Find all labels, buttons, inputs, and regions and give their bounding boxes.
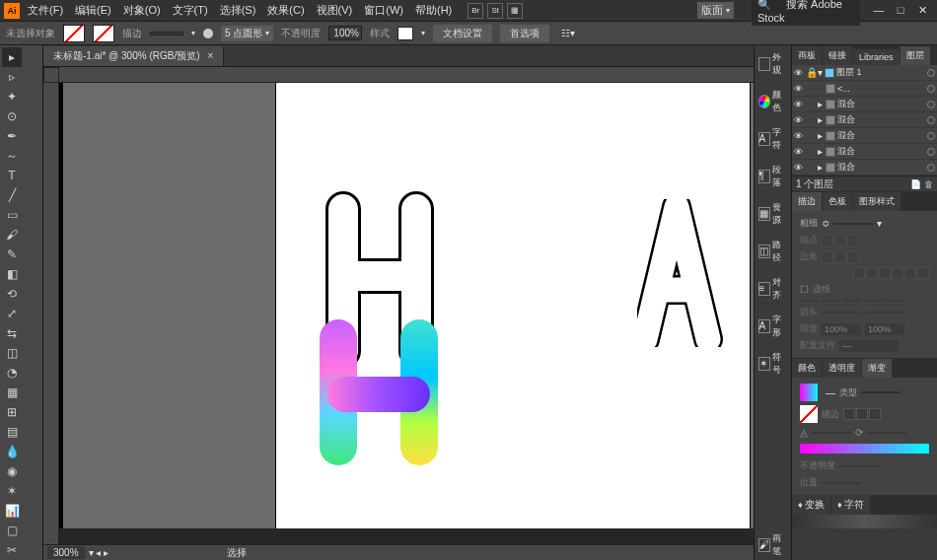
fill-swatch[interactable] (63, 25, 85, 42)
gradient-slider[interactable] (800, 444, 929, 454)
menu-help[interactable]: 帮助(H) (415, 3, 452, 18)
graph-tool[interactable]: 📊 (2, 501, 22, 521)
opacity-input[interactable]: 100% (328, 26, 362, 40)
rp-assets[interactable]: ▦资源 (757, 199, 790, 229)
bridge-icon[interactable]: Br (468, 3, 483, 19)
doc-tab-title: 未标题-1.ai* @ 300% (RGB/预览) (53, 49, 200, 63)
layers-footer: 1 个图层📄 🗑 (792, 175, 937, 191)
layer-row[interactable]: 👁🔒▾图层 1 (792, 65, 937, 81)
tab-char[interactable]: ♦ 字符 (831, 495, 870, 515)
weight-input[interactable] (833, 223, 873, 225)
close-button[interactable]: ✕ (911, 4, 933, 17)
free-transform-tool[interactable]: ◫ (2, 343, 22, 363)
layer-row[interactable]: 👁▸混合 (792, 97, 937, 112)
rp-color[interactable]: 颜色 (757, 87, 790, 116)
menu-edit[interactable]: 编辑(E) (75, 3, 111, 18)
rp-appearance[interactable]: 外观 (757, 49, 790, 79)
perspective-tool[interactable]: ▦ (2, 383, 22, 402)
doc-tab[interactable]: 未标题-1.ai* @ 300% (RGB/预览) × (43, 46, 224, 66)
stock-icon[interactable]: St (487, 3, 503, 19)
gradient-preview[interactable] (800, 384, 818, 401)
eraser-tool[interactable]: ◧ (2, 264, 22, 284)
lasso-tool[interactable]: ⊙ (2, 106, 22, 126)
workspace-switcher[interactable]: 版面 (697, 2, 734, 19)
menu-object[interactable]: 对象(O) (123, 3, 161, 18)
stroke-swatch[interactable] (93, 25, 114, 42)
symbol-tool[interactable]: ✶ (2, 481, 22, 501)
scale-tool[interactable]: ⤢ (2, 304, 22, 323)
stroke-label: 描边 (122, 27, 142, 40)
mesh-tool[interactable]: ⊞ (2, 402, 22, 422)
ruler-vertical[interactable] (43, 83, 59, 544)
rp-brushes[interactable]: 🖌画笔 (757, 530, 790, 560)
layer-row[interactable]: 👁▸混合 (792, 112, 937, 128)
rp-character[interactable]: A字符 (757, 124, 790, 154)
rp-paragraph[interactable]: ¶段落 (757, 162, 790, 191)
menu-file[interactable]: 文件(F) (28, 3, 63, 18)
line-tool[interactable]: ╱ (2, 185, 22, 205)
layer-row[interactable]: 👁▸混合 (792, 144, 937, 160)
zoom-level[interactable]: 300% (47, 546, 85, 559)
curvature-tool[interactable]: ～ (2, 146, 22, 166)
letter-h-gradient[interactable] (310, 314, 448, 473)
style-swatch[interactable] (397, 27, 413, 40)
layer-row[interactable]: 👁▸混合 (792, 128, 937, 144)
menu-select[interactable]: 选择(S) (220, 3, 256, 18)
tab-graphic-styles[interactable]: 图形样式 (853, 192, 901, 211)
maximize-button[interactable]: □ (890, 4, 911, 17)
align-icon[interactable]: ☷▾ (561, 28, 575, 38)
eyedropper-tool[interactable]: 💧 (2, 442, 22, 461)
blend-tool[interactable]: ◉ (2, 461, 22, 481)
stroke-weight-input[interactable] (150, 32, 183, 35)
search-input[interactable]: 🔍 搜索 Adobe Stock (752, 0, 860, 26)
style-label: 样式 (370, 27, 390, 40)
canvas[interactable] (59, 83, 754, 528)
tab-transparency[interactable]: 透明度 (823, 359, 861, 378)
width-tool[interactable]: ⇆ (2, 323, 22, 343)
menu-type[interactable]: 文字(T) (173, 3, 208, 18)
slice-tool[interactable]: ✂ (2, 540, 22, 560)
layer-row[interactable]: 👁<... (792, 81, 937, 97)
type-tool[interactable]: T (2, 166, 22, 185)
letter-a-outline[interactable] (637, 199, 726, 349)
prefs-button[interactable]: 首选项 (500, 25, 549, 42)
doc-setup-button[interactable]: 文档设置 (433, 25, 492, 42)
tab-transform[interactable]: ♦ 变换 (792, 495, 830, 515)
wand-tool[interactable]: ✦ (2, 87, 22, 106)
status-mode: 选择 (227, 546, 247, 560)
menu-effect[interactable]: 效果(C) (267, 3, 304, 18)
tab-links[interactable]: 链接 (823, 46, 852, 65)
gradient-type[interactable] (861, 391, 901, 393)
rp-symbols[interactable]: ✶符号 (757, 349, 790, 379)
tab-gradient[interactable]: 渐变 (862, 359, 892, 378)
close-tab-icon[interactable]: × (208, 50, 214, 61)
gradient-none[interactable] (800, 405, 818, 423)
selection-tool[interactable]: ▸ (2, 47, 22, 67)
gradient-tool[interactable]: ▤ (2, 422, 22, 442)
tab-swatches[interactable]: 色板 (823, 192, 852, 211)
tab-layers[interactable]: 图层 (901, 46, 930, 65)
arrange-icon[interactable]: ▦ (507, 3, 523, 19)
brush-tool[interactable]: 🖌 (2, 225, 22, 245)
minimize-button[interactable]: — (868, 4, 890, 17)
rotate-tool[interactable]: ⟲ (2, 284, 22, 304)
pen-tool[interactable]: ✒ (2, 126, 22, 146)
tab-artboards[interactable]: 画板 (792, 46, 822, 65)
ruler-horizontal[interactable] (59, 67, 754, 83)
shaper-tool[interactable]: ✎ (2, 245, 22, 264)
status-bar: 300% ▾ ◂ ▸ 选择 (43, 544, 754, 560)
tab-libraries[interactable]: Libraries (853, 49, 900, 65)
rp-glyphs[interactable]: A字形 (757, 312, 790, 341)
direct-select-tool[interactable]: ▹ (2, 67, 22, 87)
rp-align[interactable]: ≡对齐 (757, 274, 790, 304)
layer-row[interactable]: 👁▸混合 (792, 160, 937, 175)
brush-profile[interactable]: 5 点圆形 (221, 26, 273, 41)
menu-view[interactable]: 视图(V) (317, 3, 353, 18)
menu-window[interactable]: 窗口(W) (364, 3, 403, 18)
shape-builder-tool[interactable]: ◔ (2, 363, 22, 383)
artboard-tool[interactable]: ▢ (2, 521, 22, 540)
tab-stroke[interactable]: 描边 (792, 192, 822, 211)
tab-color[interactable]: 颜色 (792, 359, 822, 378)
rect-tool[interactable]: ▭ (2, 205, 22, 225)
rp-pathfinder[interactable]: ◫路径 (757, 237, 790, 266)
